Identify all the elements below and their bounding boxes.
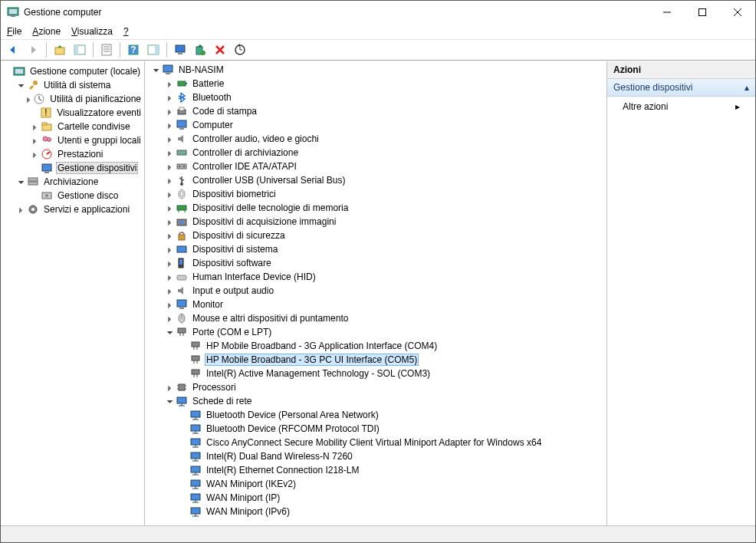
action-pane-button[interactable] — [144, 41, 163, 58]
svg-point-34 — [48, 138, 51, 142]
tree-item[interactable]: Bluetooth Device (RFCOMM Protocol TDI) — [146, 422, 605, 436]
expand-arrow-icon[interactable]: ⏵ — [165, 245, 176, 254]
tree-item[interactable]: ⏵Computer — [146, 118, 605, 132]
expand-arrow-icon[interactable]: ⏵ — [30, 150, 41, 159]
tree-item[interactable]: !Visualizzatore eventi — [2, 106, 143, 120]
uninstall-button[interactable] — [211, 41, 229, 58]
tree-item[interactable]: WAN Miniport (IP) — [146, 491, 605, 505]
net-icon — [189, 436, 202, 449]
collapse-arrow-icon[interactable]: ⏷ — [16, 81, 27, 90]
tree-item[interactable]: WAN Miniport (IPv6) — [146, 505, 605, 518]
tree-item[interactable]: ⏵Controller USB (Universal Serial Bus) — [146, 173, 605, 187]
expand-arrow-icon[interactable]: ⏵ — [165, 121, 176, 130]
help-button[interactable]: ? — [124, 41, 143, 58]
tree-item[interactable]: ⏵Bluetooth — [146, 90, 605, 104]
expand-arrow-icon[interactable]: ⏵ — [30, 137, 41, 145]
tree-item[interactable]: Bluetooth Device (Personal Area Network) — [146, 408, 605, 422]
tree-item[interactable]: ⏷NB-NASIM — [146, 63, 605, 77]
tree-item[interactable]: ⏷Utilità di sistema — [2, 78, 143, 92]
tree-item[interactable]: ⏵Controller audio, video e giochi — [146, 132, 605, 146]
expand-arrow-icon[interactable]: ⏵ — [16, 206, 27, 214]
tree-item[interactable]: Cisco AnyConnect Secure Mobility Client … — [146, 436, 605, 449]
maximize-button[interactable] — [685, 1, 720, 24]
back-button[interactable] — [4, 41, 22, 58]
device-tree-scroll[interactable]: ⏷NB-NASIM⏵Batterie⏵Bluetooth⏵Code di sta… — [145, 61, 606, 525]
actions-item-more[interactable]: Altre azioni ▸ — [607, 97, 755, 117]
properties-button[interactable] — [97, 41, 116, 58]
tree-item[interactable]: HP Mobile Broadband - 3G PC UI Interface… — [146, 353, 605, 367]
tree-item[interactable]: Gestione computer (locale) — [2, 64, 143, 78]
tree-item[interactable]: ⏵Prestazioni — [2, 147, 143, 161]
tree-item[interactable]: ⏵Human Interface Device (HID) — [146, 270, 605, 284]
expand-arrow-icon[interactable]: ⏵ — [165, 218, 176, 226]
collapse-arrow-icon[interactable]: ⏷ — [151, 66, 162, 74]
expand-arrow-icon[interactable]: ⏵ — [165, 232, 176, 240]
tree-item[interactable]: Gestione dispositivi — [2, 161, 143, 175]
tree-item[interactable]: ⏵Utilità di pianificazione — [2, 92, 143, 106]
tree-item[interactable]: ⏷Schede di rete — [146, 394, 605, 408]
expand-arrow-icon[interactable]: ⏵ — [165, 204, 176, 212]
toolbar-sep — [120, 42, 120, 58]
close-button[interactable] — [720, 1, 755, 24]
tree-item[interactable]: ⏵Dispositivi software — [146, 256, 605, 270]
tree-item[interactable]: ⏵Dispositivi delle tecnologie di memoria — [146, 201, 605, 215]
expand-arrow-icon[interactable]: ⏵ — [165, 176, 176, 185]
tree-item-label: Dispositivi di sistema — [191, 244, 279, 255]
tree-item[interactable]: ⏵Servizi e applicazioni — [2, 202, 143, 216]
monitor-button[interactable] — [171, 41, 189, 58]
expand-arrow-icon[interactable]: ⏵ — [25, 95, 33, 104]
tree-item[interactable]: ⏵Dispositivi di sistema — [146, 242, 605, 256]
expand-arrow-icon[interactable]: ⏵ — [165, 301, 176, 309]
svg-rect-2 — [11, 15, 15, 17]
collapse-arrow-icon[interactable]: ⏷ — [165, 397, 176, 406]
expand-arrow-icon[interactable]: ⏵ — [30, 123, 41, 131]
menu-view[interactable]: Visualizza — [71, 26, 113, 37]
minimize-button[interactable] — [649, 1, 685, 24]
expand-arrow-icon[interactable]: ⏵ — [165, 135, 176, 143]
tree-item[interactable]: WAN Miniport (IKEv2) — [146, 477, 605, 491]
tree-item[interactable]: ⏵Code di stampa — [146, 104, 605, 118]
tree-item[interactable]: ⏷Porte (COM e LPT) — [146, 325, 605, 339]
menu-file[interactable]: File — [7, 26, 21, 37]
tree-item[interactable]: ⏵Input e output audio — [146, 284, 605, 298]
tree-item[interactable]: ⏵Cartelle condivise — [2, 120, 143, 133]
tree-item[interactable]: Intel(R) Dual Band Wireless-N 7260 — [146, 449, 605, 463]
tree-item[interactable]: ⏵Batterie — [146, 77, 605, 90]
expand-arrow-icon[interactable]: ⏵ — [165, 190, 176, 199]
expand-arrow-icon[interactable]: ⏵ — [165, 273, 176, 281]
show-hide-tree-button[interactable] — [71, 41, 89, 58]
expand-arrow-icon[interactable]: ⏵ — [165, 383, 176, 392]
forward-button[interactable] — [24, 41, 42, 58]
expand-arrow-icon[interactable]: ⏵ — [165, 107, 176, 116]
tree-item[interactable]: ⏷Archiviazione — [2, 175, 143, 189]
tree-item[interactable]: ⏵Utenti e gruppi locali — [2, 133, 143, 147]
menu-help[interactable]: ? — [123, 26, 129, 37]
expand-arrow-icon[interactable]: ⏵ — [165, 94, 176, 102]
expand-arrow-icon[interactable]: ⏵ — [165, 80, 176, 88]
up-button[interactable] — [51, 41, 69, 58]
actions-section[interactable]: Gestione dispositivi ▴ — [607, 79, 755, 97]
tree-item[interactable]: Gestione disco — [2, 189, 143, 202]
tree-item[interactable]: ⏵Dispositivi biometrici — [146, 187, 605, 201]
tree-item[interactable]: ⏵Controller di archiviazione — [146, 146, 605, 160]
expand-arrow-icon[interactable]: ⏵ — [165, 149, 176, 157]
collapse-arrow-icon[interactable]: ⏷ — [16, 178, 27, 186]
tree-item[interactable]: ⏵Controller IDE ATA/ATAPI — [146, 160, 605, 173]
tree-item[interactable]: ⏵Monitor — [146, 298, 605, 311]
expand-arrow-icon[interactable]: ⏵ — [165, 259, 176, 268]
tree-item[interactable]: HP Mobile Broadband - 3G Application Int… — [146, 339, 605, 353]
expand-arrow-icon[interactable]: ⏵ — [165, 314, 176, 323]
tree-item[interactable]: ⏵Processori — [146, 380, 605, 394]
menu-action[interactable]: Azione — [32, 26, 61, 37]
tree-item[interactable]: ⏵Mouse e altri dispositivi di puntamento — [146, 311, 605, 325]
scan-hardware-button[interactable] — [231, 41, 249, 58]
tree-item[interactable]: Intel(R) Active Management Technology - … — [146, 367, 605, 380]
expand-arrow-icon[interactable]: ⏵ — [165, 287, 176, 295]
tree-item[interactable]: ⏵Dispositivi di sicurezza — [146, 229, 605, 242]
expand-arrow-icon[interactable]: ⏵ — [165, 163, 176, 171]
collapse-arrow-icon[interactable]: ⏷ — [165, 328, 176, 337]
update-driver-button[interactable] — [191, 41, 209, 58]
tree-item[interactable]: ⏵Dispositivi di acquisizione immagini — [146, 215, 605, 229]
tree-item[interactable]: Intel(R) Ethernet Connection I218-LM — [146, 463, 605, 477]
port-icon — [176, 326, 188, 338]
